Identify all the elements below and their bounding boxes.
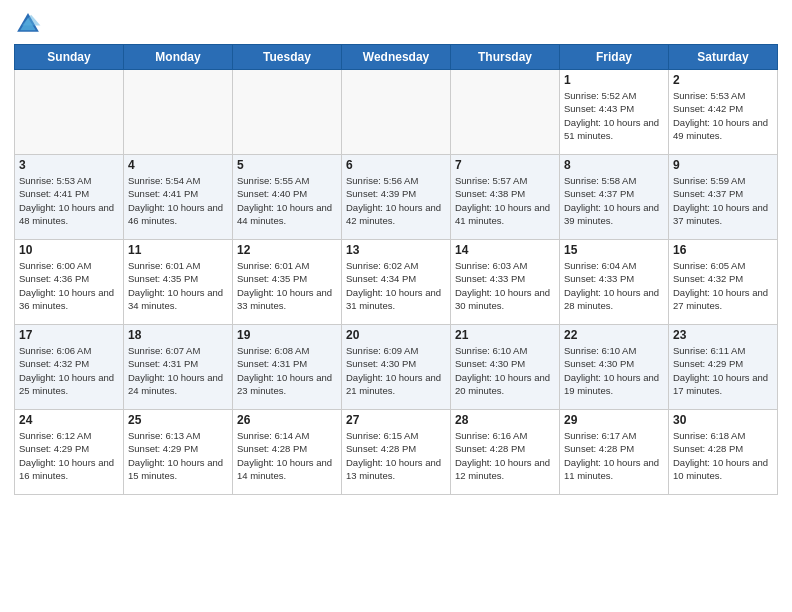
calendar-day-cell: 28Sunrise: 6:16 AMSunset: 4:28 PMDayligh… <box>451 410 560 495</box>
day-number: 2 <box>673 73 773 87</box>
day-number: 5 <box>237 158 337 172</box>
day-number: 20 <box>346 328 446 342</box>
calendar-day-cell <box>342 70 451 155</box>
day-info: Sunrise: 6:02 AMSunset: 4:34 PMDaylight:… <box>346 259 446 312</box>
day-info: Sunrise: 5:59 AMSunset: 4:37 PMDaylight:… <box>673 174 773 227</box>
day-info: Sunrise: 6:16 AMSunset: 4:28 PMDaylight:… <box>455 429 555 482</box>
day-number: 6 <box>346 158 446 172</box>
calendar-day-cell: 21Sunrise: 6:10 AMSunset: 4:30 PMDayligh… <box>451 325 560 410</box>
calendar-day-cell: 23Sunrise: 6:11 AMSunset: 4:29 PMDayligh… <box>669 325 778 410</box>
calendar-week-row: 1Sunrise: 5:52 AMSunset: 4:43 PMDaylight… <box>15 70 778 155</box>
calendar-col-header: Thursday <box>451 45 560 70</box>
calendar-col-header: Friday <box>560 45 669 70</box>
day-number: 15 <box>564 243 664 257</box>
day-number: 7 <box>455 158 555 172</box>
calendar-day-cell <box>124 70 233 155</box>
calendar-day-cell: 1Sunrise: 5:52 AMSunset: 4:43 PMDaylight… <box>560 70 669 155</box>
calendar-day-cell: 30Sunrise: 6:18 AMSunset: 4:28 PMDayligh… <box>669 410 778 495</box>
calendar-day-cell: 5Sunrise: 5:55 AMSunset: 4:40 PMDaylight… <box>233 155 342 240</box>
day-info: Sunrise: 6:04 AMSunset: 4:33 PMDaylight:… <box>564 259 664 312</box>
calendar-day-cell: 3Sunrise: 5:53 AMSunset: 4:41 PMDaylight… <box>15 155 124 240</box>
day-number: 12 <box>237 243 337 257</box>
day-info: Sunrise: 6:15 AMSunset: 4:28 PMDaylight:… <box>346 429 446 482</box>
calendar-day-cell: 13Sunrise: 6:02 AMSunset: 4:34 PMDayligh… <box>342 240 451 325</box>
calendar-day-cell: 2Sunrise: 5:53 AMSunset: 4:42 PMDaylight… <box>669 70 778 155</box>
calendar-day-cell <box>451 70 560 155</box>
calendar-day-cell: 19Sunrise: 6:08 AMSunset: 4:31 PMDayligh… <box>233 325 342 410</box>
calendar-day-cell: 10Sunrise: 6:00 AMSunset: 4:36 PMDayligh… <box>15 240 124 325</box>
day-number: 19 <box>237 328 337 342</box>
calendar-week-row: 24Sunrise: 6:12 AMSunset: 4:29 PMDayligh… <box>15 410 778 495</box>
day-info: Sunrise: 6:01 AMSunset: 4:35 PMDaylight:… <box>128 259 228 312</box>
day-number: 23 <box>673 328 773 342</box>
day-info: Sunrise: 5:52 AMSunset: 4:43 PMDaylight:… <box>564 89 664 142</box>
calendar-header-row: SundayMondayTuesdayWednesdayThursdayFrid… <box>15 45 778 70</box>
day-number: 17 <box>19 328 119 342</box>
day-info: Sunrise: 6:08 AMSunset: 4:31 PMDaylight:… <box>237 344 337 397</box>
day-info: Sunrise: 6:14 AMSunset: 4:28 PMDaylight:… <box>237 429 337 482</box>
day-info: Sunrise: 5:56 AMSunset: 4:39 PMDaylight:… <box>346 174 446 227</box>
calendar-day-cell: 29Sunrise: 6:17 AMSunset: 4:28 PMDayligh… <box>560 410 669 495</box>
calendar-day-cell: 8Sunrise: 5:58 AMSunset: 4:37 PMDaylight… <box>560 155 669 240</box>
calendar-day-cell: 14Sunrise: 6:03 AMSunset: 4:33 PMDayligh… <box>451 240 560 325</box>
day-info: Sunrise: 6:06 AMSunset: 4:32 PMDaylight:… <box>19 344 119 397</box>
day-number: 21 <box>455 328 555 342</box>
day-number: 18 <box>128 328 228 342</box>
day-number: 9 <box>673 158 773 172</box>
calendar-day-cell: 17Sunrise: 6:06 AMSunset: 4:32 PMDayligh… <box>15 325 124 410</box>
day-number: 1 <box>564 73 664 87</box>
day-number: 28 <box>455 413 555 427</box>
day-info: Sunrise: 5:58 AMSunset: 4:37 PMDaylight:… <box>564 174 664 227</box>
day-number: 27 <box>346 413 446 427</box>
calendar-day-cell: 11Sunrise: 6:01 AMSunset: 4:35 PMDayligh… <box>124 240 233 325</box>
day-number: 8 <box>564 158 664 172</box>
day-info: Sunrise: 5:55 AMSunset: 4:40 PMDaylight:… <box>237 174 337 227</box>
day-info: Sunrise: 5:54 AMSunset: 4:41 PMDaylight:… <box>128 174 228 227</box>
day-info: Sunrise: 6:17 AMSunset: 4:28 PMDaylight:… <box>564 429 664 482</box>
day-info: Sunrise: 6:09 AMSunset: 4:30 PMDaylight:… <box>346 344 446 397</box>
day-number: 14 <box>455 243 555 257</box>
day-number: 11 <box>128 243 228 257</box>
calendar-day-cell: 12Sunrise: 6:01 AMSunset: 4:35 PMDayligh… <box>233 240 342 325</box>
day-info: Sunrise: 6:11 AMSunset: 4:29 PMDaylight:… <box>673 344 773 397</box>
calendar-day-cell: 24Sunrise: 6:12 AMSunset: 4:29 PMDayligh… <box>15 410 124 495</box>
calendar-week-row: 17Sunrise: 6:06 AMSunset: 4:32 PMDayligh… <box>15 325 778 410</box>
calendar-day-cell: 25Sunrise: 6:13 AMSunset: 4:29 PMDayligh… <box>124 410 233 495</box>
calendar-week-row: 10Sunrise: 6:00 AMSunset: 4:36 PMDayligh… <box>15 240 778 325</box>
calendar-week-row: 3Sunrise: 5:53 AMSunset: 4:41 PMDaylight… <box>15 155 778 240</box>
day-info: Sunrise: 6:10 AMSunset: 4:30 PMDaylight:… <box>455 344 555 397</box>
calendar-table: SundayMondayTuesdayWednesdayThursdayFrid… <box>14 44 778 495</box>
day-info: Sunrise: 6:18 AMSunset: 4:28 PMDaylight:… <box>673 429 773 482</box>
calendar-col-header: Saturday <box>669 45 778 70</box>
day-info: Sunrise: 6:12 AMSunset: 4:29 PMDaylight:… <box>19 429 119 482</box>
calendar-day-cell: 15Sunrise: 6:04 AMSunset: 4:33 PMDayligh… <box>560 240 669 325</box>
header <box>14 10 778 38</box>
calendar-day-cell: 4Sunrise: 5:54 AMSunset: 4:41 PMDaylight… <box>124 155 233 240</box>
calendar-day-cell <box>15 70 124 155</box>
day-info: Sunrise: 6:03 AMSunset: 4:33 PMDaylight:… <box>455 259 555 312</box>
calendar-day-cell: 7Sunrise: 5:57 AMSunset: 4:38 PMDaylight… <box>451 155 560 240</box>
calendar-day-cell: 6Sunrise: 5:56 AMSunset: 4:39 PMDaylight… <box>342 155 451 240</box>
calendar-day-cell: 27Sunrise: 6:15 AMSunset: 4:28 PMDayligh… <box>342 410 451 495</box>
calendar-col-header: Wednesday <box>342 45 451 70</box>
day-number: 16 <box>673 243 773 257</box>
day-info: Sunrise: 5:57 AMSunset: 4:38 PMDaylight:… <box>455 174 555 227</box>
calendar-col-header: Tuesday <box>233 45 342 70</box>
day-info: Sunrise: 6:10 AMSunset: 4:30 PMDaylight:… <box>564 344 664 397</box>
calendar-day-cell: 26Sunrise: 6:14 AMSunset: 4:28 PMDayligh… <box>233 410 342 495</box>
calendar-col-header: Monday <box>124 45 233 70</box>
day-number: 13 <box>346 243 446 257</box>
day-info: Sunrise: 6:07 AMSunset: 4:31 PMDaylight:… <box>128 344 228 397</box>
day-number: 3 <box>19 158 119 172</box>
day-number: 22 <box>564 328 664 342</box>
day-number: 29 <box>564 413 664 427</box>
logo-icon <box>14 10 42 38</box>
day-info: Sunrise: 6:00 AMSunset: 4:36 PMDaylight:… <box>19 259 119 312</box>
calendar-day-cell: 9Sunrise: 5:59 AMSunset: 4:37 PMDaylight… <box>669 155 778 240</box>
logo <box>14 10 46 38</box>
calendar-day-cell: 16Sunrise: 6:05 AMSunset: 4:32 PMDayligh… <box>669 240 778 325</box>
day-info: Sunrise: 5:53 AMSunset: 4:41 PMDaylight:… <box>19 174 119 227</box>
day-number: 10 <box>19 243 119 257</box>
day-number: 4 <box>128 158 228 172</box>
calendar-day-cell: 20Sunrise: 6:09 AMSunset: 4:30 PMDayligh… <box>342 325 451 410</box>
